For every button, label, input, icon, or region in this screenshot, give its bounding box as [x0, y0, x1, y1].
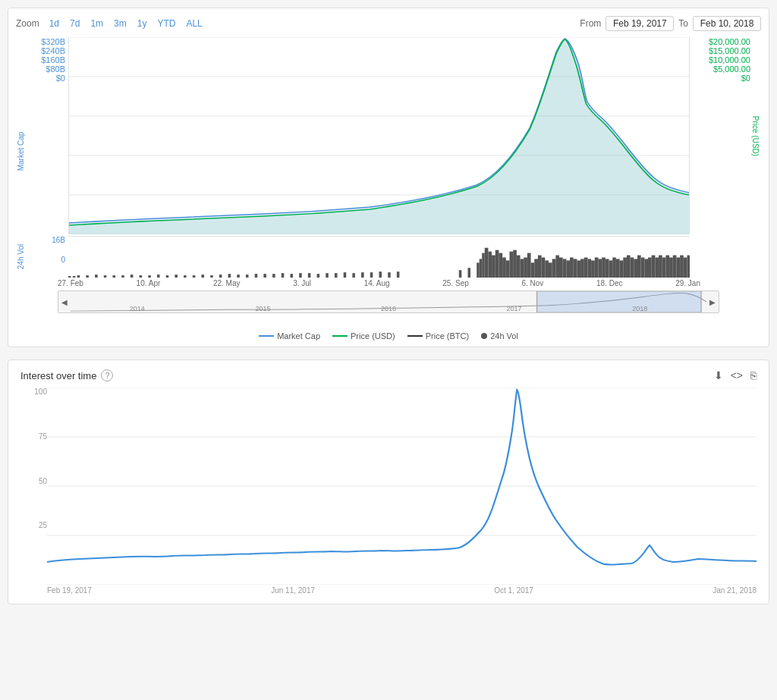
y-label-left-3: $80B — [27, 64, 68, 74]
svg-rect-34 — [308, 273, 311, 278]
svg-rect-19 — [175, 275, 178, 278]
svg-rect-57 — [509, 252, 513, 278]
chart-toolbar: Zoom 1d 7d 1m 3m 1y YTD ALL From To — [16, 16, 761, 31]
share-icon[interactable]: ⎘ — [750, 369, 757, 381]
svg-rect-42 — [379, 272, 382, 278]
interest-x-0: Feb 19, 2017 — [47, 586, 92, 595]
legend-price-btc-label: Price (BTC) — [426, 331, 469, 341]
svg-rect-62 — [527, 253, 531, 278]
x-label-8: 29. Jan — [675, 279, 700, 287]
y-label-left-2: $160B — [27, 55, 68, 64]
svg-rect-56 — [506, 260, 510, 278]
x-label-6: 6. Nov — [521, 279, 543, 287]
interest-chart-inner — [47, 388, 757, 585]
svg-rect-32 — [291, 274, 294, 278]
svg-rect-79 — [587, 259, 591, 278]
svg-rect-100 — [662, 257, 666, 278]
legend-price-usd-label: Price (USD) — [351, 331, 395, 341]
interest-x-3: Jan 21, 2018 — [713, 586, 757, 595]
to-date-input[interactable] — [693, 16, 761, 31]
x-label-5: 25. Sep — [442, 279, 468, 287]
svg-rect-58 — [513, 250, 517, 278]
zoom-all-button[interactable]: ALL — [182, 17, 206, 30]
download-icon[interactable]: ⬇ — [714, 369, 723, 381]
svg-rect-80 — [591, 260, 595, 278]
svg-rect-16 — [148, 275, 151, 278]
legend-price-usd: Price (USD) — [332, 331, 395, 341]
svg-rect-25 — [228, 274, 231, 278]
price-chart-svg-area — [68, 37, 690, 234]
svg-rect-91 — [631, 257, 634, 278]
zoom-1d-button[interactable]: 1d — [46, 17, 63, 30]
svg-rect-66 — [542, 257, 546, 278]
interest-header: Interest over time ? ⬇ <> ⎘ — [20, 369, 757, 381]
nav-year-3: 2017 — [507, 305, 522, 312]
vol-axis-title: 24h Vol — [17, 244, 26, 269]
svg-rect-15 — [140, 275, 143, 278]
svg-rect-88 — [620, 260, 624, 278]
nav-right-arrow[interactable]: ▶ — [706, 298, 719, 306]
svg-rect-102 — [669, 257, 673, 278]
svg-rect-52 — [492, 256, 495, 278]
legend-market-cap-line — [259, 335, 274, 337]
svg-rect-23 — [210, 275, 213, 278]
svg-rect-74 — [570, 257, 574, 278]
y-label-right-3: $5,000.00 — [710, 64, 750, 74]
y-label-right-1: $15,000.00 — [706, 46, 750, 55]
svg-rect-39 — [352, 273, 355, 278]
nav-year-1: 2015 — [255, 305, 270, 312]
svg-rect-6 — [68, 276, 71, 278]
svg-rect-55 — [502, 257, 506, 278]
svg-rect-59 — [517, 256, 521, 278]
svg-rect-35 — [317, 274, 320, 278]
svg-rect-49 — [482, 253, 485, 278]
svg-rect-46 — [468, 268, 471, 278]
svg-rect-85 — [609, 260, 613, 278]
embed-icon[interactable]: <> — [731, 369, 743, 381]
svg-rect-48 — [480, 259, 483, 278]
svg-rect-17 — [157, 275, 160, 278]
svg-rect-43 — [388, 272, 391, 278]
navigator-bar[interactable]: ◀ 2014 2015 2016 2017 2018 ▶ — [58, 290, 719, 313]
from-date-input[interactable] — [606, 16, 674, 31]
svg-rect-97 — [652, 256, 656, 278]
svg-rect-61 — [524, 257, 527, 278]
vol-label-bottom: 0 — [27, 256, 68, 264]
interest-actions: ⬇ <> ⎘ — [714, 369, 757, 381]
svg-rect-89 — [623, 257, 627, 278]
legend-24h-vol-dot — [481, 333, 487, 339]
y-axis-left: $320B $240B $160B $80B $0 — [27, 37, 68, 98]
y-label-left-1: $240B — [27, 46, 68, 55]
zoom-3m-button[interactable]: 3m — [110, 17, 131, 30]
svg-rect-27 — [246, 275, 249, 278]
interest-y-1: 75 — [20, 432, 47, 441]
svg-rect-53 — [495, 250, 499, 278]
vol-label-top: 16B — [27, 236, 68, 244]
chart-legend: Market Cap Price (USD) Price (BTC) 24h V… — [16, 331, 761, 341]
nav-left-arrow[interactable]: ◀ — [58, 298, 71, 306]
price-usd-area — [69, 39, 689, 234]
x-label-1: 10. Apr — [137, 279, 161, 287]
interest-y-axis: 100 75 50 25 — [20, 388, 47, 585]
svg-rect-21 — [193, 275, 196, 278]
y-label-right-0: $20,000.00 — [706, 37, 750, 46]
zoom-7d-button[interactable]: 7d — [66, 17, 83, 30]
svg-rect-10 — [95, 275, 98, 278]
help-icon[interactable]: ? — [101, 369, 113, 381]
svg-rect-13 — [121, 275, 124, 278]
legend-24h-vol: 24h Vol — [481, 331, 518, 341]
nav-year-2: 2016 — [381, 305, 396, 312]
zoom-1m-button[interactable]: 1m — [87, 17, 107, 30]
interest-title: Interest over time — [20, 370, 96, 381]
legend-price-btc-line — [407, 335, 423, 337]
svg-rect-28 — [255, 274, 258, 278]
svg-rect-18 — [166, 275, 169, 278]
svg-rect-99 — [659, 256, 662, 278]
zoom-ytd-button[interactable]: YTD — [153, 17, 179, 30]
svg-rect-73 — [566, 260, 570, 278]
legend-price-btc: Price (BTC) — [407, 331, 469, 341]
svg-rect-36 — [326, 273, 329, 278]
interest-chart-svg — [47, 388, 757, 585]
zoom-1y-button[interactable]: 1y — [134, 17, 151, 30]
svg-rect-9 — [86, 275, 89, 278]
